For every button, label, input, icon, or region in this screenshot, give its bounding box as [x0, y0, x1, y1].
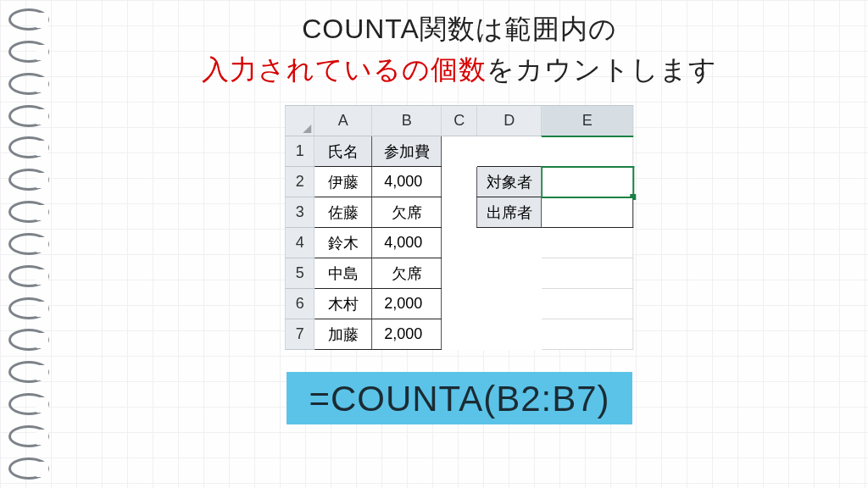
cell-A1[interactable]: 氏名: [314, 136, 372, 167]
row-header-1[interactable]: 1: [286, 136, 314, 167]
cell-C6[interactable]: [442, 289, 477, 319]
cell-C5[interactable]: [442, 258, 477, 289]
cell-C1[interactable]: [442, 136, 477, 167]
col-header-E[interactable]: E: [542, 106, 633, 136]
cell-A2[interactable]: 伊藤: [314, 167, 372, 197]
row-header-5[interactable]: 5: [286, 258, 314, 289]
explanation-title: COUNTA関数は範囲内の 入力されているの個数をカウントします: [68, 8, 851, 90]
cell-A6[interactable]: 木村: [314, 289, 372, 319]
cell-C2[interactable]: [442, 167, 477, 197]
cell-B2[interactable]: 4,000: [372, 167, 442, 197]
cell-B7[interactable]: 2,000: [372, 319, 442, 350]
cell-C4[interactable]: [442, 228, 477, 258]
col-header-C[interactable]: C: [442, 106, 477, 136]
cell-A3[interactable]: 佐藤: [314, 197, 372, 228]
title-line1: COUNTA関数は範囲内の: [302, 14, 617, 44]
cell-C3[interactable]: [442, 197, 477, 228]
cell-D5[interactable]: [477, 258, 542, 289]
cell-D7[interactable]: [477, 319, 542, 350]
cell-E5[interactable]: [542, 258, 633, 289]
cell-E2-selected[interactable]: [542, 167, 633, 197]
cell-D6[interactable]: [477, 289, 542, 319]
row-header-6[interactable]: 6: [286, 289, 314, 319]
cell-B3[interactable]: 欠席: [372, 197, 442, 228]
cell-D4[interactable]: [477, 228, 542, 258]
cell-E7[interactable]: [542, 319, 633, 350]
cell-D2[interactable]: 対象者: [477, 167, 542, 197]
cell-D1[interactable]: [477, 136, 542, 167]
cell-D3[interactable]: 出席者: [477, 197, 542, 228]
cell-B4[interactable]: 4,000: [372, 228, 442, 258]
cell-B1[interactable]: 参加費: [372, 136, 442, 167]
cell-A7[interactable]: 加藤: [314, 319, 372, 350]
col-header-A[interactable]: A: [314, 106, 372, 136]
cell-E3[interactable]: [542, 197, 633, 228]
select-all-corner[interactable]: [286, 106, 314, 136]
formula-display: =COUNTA(B2:B7): [287, 372, 632, 424]
cell-A4[interactable]: 鈴木: [314, 228, 372, 258]
cell-E6[interactable]: [542, 289, 633, 319]
row-header-2[interactable]: 2: [286, 167, 314, 197]
row-header-4[interactable]: 4: [286, 228, 314, 258]
cell-E4[interactable]: [542, 228, 633, 258]
cell-B5[interactable]: 欠席: [372, 258, 442, 289]
cell-B6[interactable]: 2,000: [372, 289, 442, 319]
cell-C7[interactable]: [442, 319, 477, 350]
spreadsheet-table: A B C D E 1 氏名 参加費 2 伊藤 4,000 対象者 3 佐藤 欠…: [285, 105, 634, 350]
title-line2-rest: をカウントします: [487, 54, 717, 85]
col-header-B[interactable]: B: [372, 106, 442, 136]
row-header-7[interactable]: 7: [286, 319, 314, 350]
row-header-3[interactable]: 3: [286, 197, 314, 228]
title-highlight: 入力されているの個数: [202, 54, 487, 85]
notebook-binding: [8, 8, 51, 480]
cell-A5[interactable]: 中島: [314, 258, 372, 289]
cell-E1[interactable]: [542, 136, 633, 167]
col-header-D[interactable]: D: [477, 106, 542, 136]
